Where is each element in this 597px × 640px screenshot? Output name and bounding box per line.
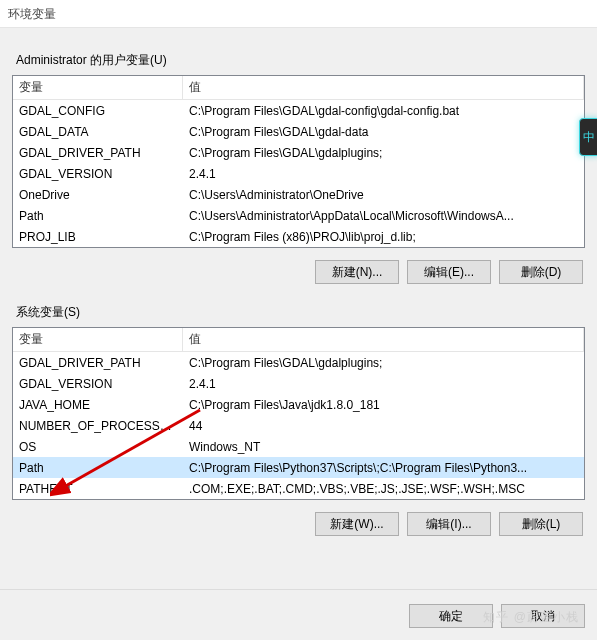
table-row[interactable]: OSWindows_NT	[13, 436, 584, 457]
user-vars-label: Administrator 的用户变量(U)	[16, 52, 585, 69]
var-value: Windows_NT	[183, 440, 584, 454]
window-title: 环境变量	[0, 0, 597, 28]
var-name: JAVA_HOME	[13, 398, 183, 412]
user-vars-header: 变量 值	[13, 76, 584, 100]
var-name: PATHEXT	[13, 482, 183, 496]
system-edit-button[interactable]: 编辑(I)...	[407, 512, 491, 536]
table-row[interactable]: PROJ_LIBC:\Program Files (x86)\PROJ\lib\…	[13, 226, 584, 247]
var-name: Path	[13, 461, 183, 475]
var-name: GDAL_VERSION	[13, 377, 183, 391]
var-name: GDAL_VERSION	[13, 167, 183, 181]
user-edit-button[interactable]: 编辑(E)...	[407, 260, 491, 284]
var-value: C:\Program Files\Python37\Scripts\;C:\Pr…	[183, 461, 584, 475]
table-row[interactable]: OneDriveC:\Users\Administrator\OneDrive	[13, 184, 584, 205]
system-new-button[interactable]: 新建(W)...	[315, 512, 399, 536]
system-vars-list[interactable]: 变量 值 GDAL_DRIVER_PATHC:\Program Files\GD…	[12, 327, 585, 500]
var-name: NUMBER_OF_PROCESSORS	[13, 419, 183, 433]
system-vars-header: 变量 值	[13, 328, 584, 352]
col-header-value[interactable]: 值	[183, 76, 584, 99]
var-name: GDAL_DATA	[13, 125, 183, 139]
system-vars-buttons: 新建(W)... 编辑(I)... 删除(L)	[12, 500, 585, 542]
table-row[interactable]: PathC:\Program Files\Python37\Scripts\;C…	[13, 457, 584, 478]
var-name: Path	[13, 209, 183, 223]
var-value: C:\Program Files\GDAL\gdalplugins;	[183, 356, 584, 370]
var-name: GDAL_DRIVER_PATH	[13, 356, 183, 370]
var-value: 2.4.1	[183, 167, 584, 181]
col-header-name[interactable]: 变量	[13, 76, 183, 99]
table-row[interactable]: GDAL_DRIVER_PATHC:\Program Files\GDAL\gd…	[13, 352, 584, 373]
var-name: GDAL_DRIVER_PATH	[13, 146, 183, 160]
user-vars-list[interactable]: 变量 值 GDAL_CONFIGC:\Program Files\GDAL\gd…	[12, 75, 585, 248]
var-value: C:\Program Files\GDAL\gdalplugins;	[183, 146, 584, 160]
table-row[interactable]: NUMBER_OF_PROCESSORS44	[13, 415, 584, 436]
user-delete-button[interactable]: 删除(D)	[499, 260, 583, 284]
dialog-body: Administrator 的用户变量(U) 变量 值 GDAL_CONFIGC…	[0, 28, 597, 542]
table-row[interactable]: GDAL_VERSION2.4.1	[13, 373, 584, 394]
user-vars-buttons: 新建(N)... 编辑(E)... 删除(D)	[12, 248, 585, 290]
ok-button[interactable]: 确定	[409, 604, 493, 628]
table-row[interactable]: JAVA_HOMEC:\Program Files\Java\jdk1.8.0_…	[13, 394, 584, 415]
var-value: C:\Program Files\GDAL\gdal-data	[183, 125, 584, 139]
var-name: OneDrive	[13, 188, 183, 202]
var-name: GDAL_CONFIG	[13, 104, 183, 118]
var-value: .COM;.EXE;.BAT;.CMD;.VBS;.VBE;.JS;.JSE;.…	[183, 482, 584, 496]
table-row[interactable]: GDAL_VERSION2.4.1	[13, 163, 584, 184]
var-value: C:\Program Files\GDAL\gdal-config\gdal-c…	[183, 104, 584, 118]
col-header-value[interactable]: 值	[183, 328, 584, 351]
col-header-name[interactable]: 变量	[13, 328, 183, 351]
table-row[interactable]: GDAL_CONFIGC:\Program Files\GDAL\gdal-co…	[13, 100, 584, 121]
dialog-footer: 确定 取消	[0, 589, 597, 640]
var-value: C:\Program Files\Java\jdk1.8.0_181	[183, 398, 584, 412]
system-vars-label: 系统变量(S)	[16, 304, 585, 321]
cancel-button[interactable]: 取消	[501, 604, 585, 628]
var-value: C:\Program Files (x86)\PROJ\lib\proj_d.l…	[183, 230, 584, 244]
var-value: 44	[183, 419, 584, 433]
user-new-button[interactable]: 新建(N)...	[315, 260, 399, 284]
system-delete-button[interactable]: 删除(L)	[499, 512, 583, 536]
var-value: C:\Users\Administrator\OneDrive	[183, 188, 584, 202]
table-row[interactable]: GDAL_DRIVER_PATHC:\Program Files\GDAL\gd…	[13, 142, 584, 163]
table-row[interactable]: PATHEXT.COM;.EXE;.BAT;.CMD;.VBS;.VBE;.JS…	[13, 478, 584, 499]
var-value: 2.4.1	[183, 377, 584, 391]
var-name: PROJ_LIB	[13, 230, 183, 244]
ime-indicator[interactable]: 中	[579, 118, 597, 156]
table-row[interactable]: PathC:\Users\Administrator\AppData\Local…	[13, 205, 584, 226]
table-row[interactable]: GDAL_DATAC:\Program Files\GDAL\gdal-data	[13, 121, 584, 142]
var-value: C:\Users\Administrator\AppData\Local\Mic…	[183, 209, 584, 223]
var-name: OS	[13, 440, 183, 454]
